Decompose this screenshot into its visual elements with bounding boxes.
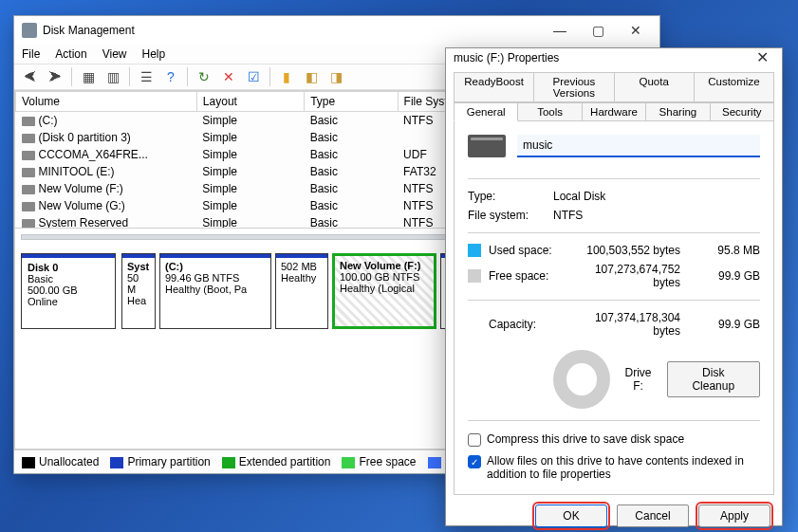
tab-previous-versions[interactable]: Previous Versions xyxy=(534,72,614,102)
index-label: Allow files on this drive to have conten… xyxy=(487,454,760,481)
menu-file[interactable]: File xyxy=(22,47,40,61)
legend-unallocated: Unallocated xyxy=(39,455,99,468)
drive-icon xyxy=(468,135,506,157)
volume-icon xyxy=(22,219,35,229)
tab-customize[interactable]: Customize xyxy=(695,72,774,102)
action1-icon[interactable]: ◧ xyxy=(301,66,322,87)
tab-security[interactable]: Security xyxy=(711,102,774,121)
label-filesystem: File system: xyxy=(468,209,553,222)
check-icon[interactable]: ☑ xyxy=(243,66,264,87)
volume-icon xyxy=(22,185,35,194)
disk-state: Online xyxy=(28,296,58,307)
compress-label: Compress this drive to save disk space xyxy=(487,432,684,446)
used-swatch xyxy=(468,244,481,257)
properties-icon[interactable]: ☰ xyxy=(136,66,157,87)
value-capacity-bytes: 107,374,178,304 bytes xyxy=(582,311,692,338)
disk-type: Basic xyxy=(28,273,53,284)
tab-hardware[interactable]: Hardware xyxy=(583,102,646,121)
disk-management-icon xyxy=(22,23,37,38)
volume-icon xyxy=(22,151,35,160)
value-free-human: 99.9 GB xyxy=(699,269,760,283)
value-used-human: 95.8 MB xyxy=(699,244,760,257)
volume-name-input[interactable] xyxy=(517,135,760,157)
value-filesystem: NTFS xyxy=(553,209,583,222)
column-header[interactable]: Volume xyxy=(16,92,197,112)
value-capacity-human: 99.9 GB xyxy=(699,318,760,331)
compress-checkbox-row[interactable]: Compress this drive to save disk space xyxy=(468,429,760,450)
window-title: Disk Management xyxy=(43,24,549,37)
tab-quota[interactable]: Quota xyxy=(615,72,695,102)
legend-primary: Primary partition xyxy=(127,455,210,468)
tab-readyboost[interactable]: ReadyBoost xyxy=(454,72,534,102)
value-used-bytes: 100,503,552 bytes xyxy=(582,244,692,257)
dm-titlebar[interactable]: Disk Management — ▢ ✕ xyxy=(14,16,659,45)
volume-icon xyxy=(22,134,35,143)
close-icon[interactable]: ✕ xyxy=(751,48,774,66)
legend-extended: Extended partition xyxy=(239,455,331,468)
close-button[interactable]: ✕ xyxy=(625,23,646,38)
menu-action[interactable]: Action xyxy=(55,47,86,61)
volume-icon xyxy=(22,168,35,177)
label-free: Free space: xyxy=(489,269,574,283)
volume-icon xyxy=(22,117,35,126)
ok-button[interactable]: OK xyxy=(535,504,607,527)
compress-checkbox[interactable] xyxy=(468,433,481,447)
back-icon[interactable]: ⮜ xyxy=(20,66,41,87)
menu-help[interactable]: Help xyxy=(142,47,166,61)
refresh-icon[interactable]: ↻ xyxy=(194,66,214,87)
delete-icon[interactable]: ✕ xyxy=(218,66,239,87)
partition[interactable]: New Volume (F:)100.00 GB NTFSHealthy (Lo… xyxy=(332,253,436,329)
minimize-button[interactable]: — xyxy=(549,23,570,38)
help-icon[interactable]: ? xyxy=(160,66,181,87)
dialog-buttons: OK Cancel Apply xyxy=(446,495,782,532)
partition[interactable]: (C:)99.46 GB NTFSHealthy (Boot, Pa xyxy=(159,253,271,329)
disk-name: Disk 0 xyxy=(28,262,58,273)
legend-free: Free space xyxy=(359,455,416,468)
value-type: Local Disk xyxy=(553,190,605,203)
cancel-button[interactable]: Cancel xyxy=(617,504,689,527)
disk-cleanup-button[interactable]: Disk Cleanup xyxy=(667,361,760,397)
label-capacity: Capacity: xyxy=(489,318,574,331)
panel1-icon[interactable]: ▦ xyxy=(78,66,99,87)
index-checkbox-row[interactable]: ✓ Allow files on this drive to have cont… xyxy=(468,450,760,485)
forward-icon[interactable]: ⮞ xyxy=(45,66,65,87)
tab-sharing[interactable]: Sharing xyxy=(646,102,710,121)
prop-titlebar[interactable]: music (F:) Properties ✕ xyxy=(446,48,782,66)
tab-row-secondary: ReadyBoost Previous Versions Quota Custo… xyxy=(454,72,774,102)
partition[interactable]: 502 MBHealthy xyxy=(275,253,328,329)
folder-icon[interactable]: ▮ xyxy=(276,66,297,87)
value-free-bytes: 107,273,674,752 bytes xyxy=(582,263,692,289)
tab-general[interactable]: General xyxy=(454,102,518,121)
capacity-chart-icon xyxy=(553,350,610,409)
tab-row-primary: General Tools Hardware Sharing Security xyxy=(454,102,774,121)
tab-panel-general: Type:Local Disk File system:NTFS Used sp… xyxy=(454,121,774,495)
partition[interactable]: Syst50 MHea xyxy=(121,253,156,329)
disk-label-panel[interactable]: Disk 0 Basic 500.00 GB Online xyxy=(21,253,116,329)
drive-caption: Drive F: xyxy=(625,366,652,393)
menu-view[interactable]: View xyxy=(102,47,127,61)
volume-icon xyxy=(22,202,35,211)
column-header[interactable]: Type xyxy=(305,92,398,112)
label-used: Used space: xyxy=(489,244,574,257)
maximize-button[interactable]: ▢ xyxy=(587,23,608,38)
index-checkbox[interactable]: ✓ xyxy=(468,455,481,468)
free-swatch xyxy=(468,269,481,283)
properties-dialog: music (F:) Properties ✕ ReadyBoost Previ… xyxy=(445,47,783,526)
apply-button[interactable]: Apply xyxy=(698,504,770,527)
column-header[interactable]: Layout xyxy=(196,92,304,112)
label-type: Type: xyxy=(468,190,553,203)
dialog-title: music (F:) Properties xyxy=(454,51,751,64)
tab-tools[interactable]: Tools xyxy=(518,102,582,121)
panel2-icon[interactable]: ▥ xyxy=(102,66,123,87)
action2-icon[interactable]: ◨ xyxy=(325,66,346,87)
disk-size: 500.00 GB xyxy=(28,284,78,296)
